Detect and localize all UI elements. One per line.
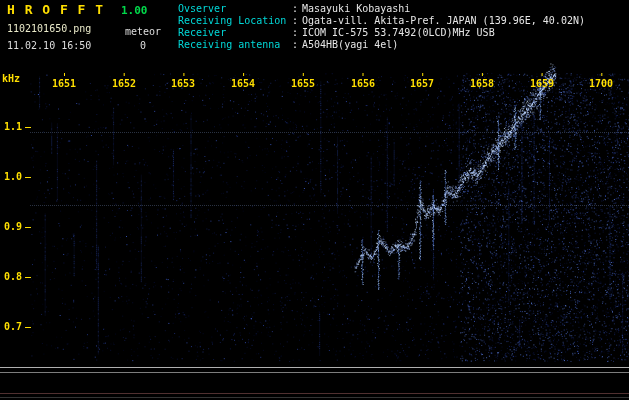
y-axis-unit: kHz (2, 73, 20, 84)
info-label: Ovserver (178, 3, 292, 15)
info-value: ICOM IC-575 53.7492(0LCD)MHz USB (302, 27, 495, 39)
info-separator: : (292, 27, 302, 39)
info-value: Masayuki Kobayashi (302, 3, 410, 15)
output-filename: 1102101650.png (7, 23, 91, 34)
x-tick-label: 1651 (51, 78, 77, 89)
app-title: H R O F F T (7, 2, 104, 17)
info-label: Receiving Location (178, 15, 292, 27)
info-value: A504HB(yagi 4el) (302, 39, 398, 51)
info-label: Receiving antenna (178, 39, 292, 51)
y-tick-label: 1.0 (0, 171, 22, 182)
info-separator: : (292, 39, 302, 51)
y-tick-label: 0.9 (0, 221, 22, 232)
info-row-location: Receiving Location : Ogata-vill. Akita-P… (178, 15, 585, 27)
x-tick-label: 1653 (170, 78, 196, 89)
info-row-antenna: Receiving antenna : A504HB(yagi 4el) (178, 39, 585, 51)
x-tick-label: 1700 (588, 78, 614, 89)
info-row-receiver: Receiver : ICOM IC-575 53.7492(0LCD)MHz … (178, 27, 585, 39)
info-separator: : (292, 15, 302, 27)
y-tick-label: 0.8 (0, 271, 22, 282)
x-tick-label: 1656 (350, 78, 376, 89)
x-tick-label: 1658 (469, 78, 495, 89)
info-label: Receiver (178, 27, 292, 39)
x-tick-label: 1657 (409, 78, 435, 89)
app-version: 1.00 (121, 4, 148, 17)
event-count: 0 (140, 40, 146, 51)
info-row-observer: Ovserver : Masayuki Kobayashi (178, 3, 585, 15)
x-tick-label: 1655 (290, 78, 316, 89)
station-info-block: Ovserver : Masayuki Kobayashi Receiving … (178, 3, 585, 51)
info-separator: : (292, 3, 302, 15)
info-value: Ogata-vill. Akita-Pref. JAPAN (139.96E, … (302, 15, 585, 27)
timestamp: 11.02.10 16:50 (7, 40, 91, 51)
spectrogram-canvas (0, 0, 629, 400)
hrofft-output-image: H R O F F T 1.00 1102101650.png meteor 0… (0, 0, 629, 400)
y-tick-label: 0.7 (0, 321, 22, 332)
x-tick-label: 1659 (529, 78, 555, 89)
x-tick-label: 1652 (111, 78, 137, 89)
y-tick-label: 1.1 (0, 121, 22, 132)
x-tick-label: 1654 (230, 78, 256, 89)
mode-label: meteor (125, 26, 161, 37)
